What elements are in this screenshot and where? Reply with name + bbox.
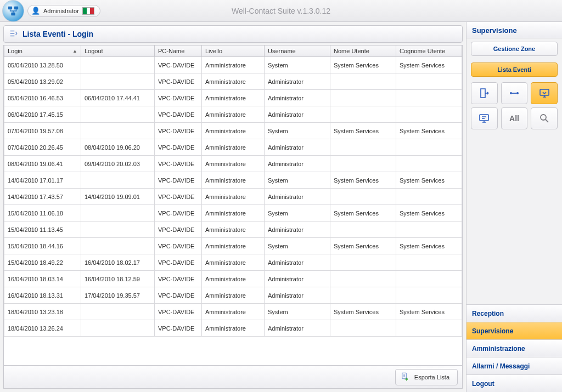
cell-pcname: VPC-DAVIDE [155, 304, 202, 320]
cell-username: System [265, 238, 330, 254]
user-role-label: Administrator [43, 8, 79, 14]
table-row[interactable]: 14/04/2010 17.43.5714/04/2010 19.09.01VP… [4, 189, 462, 205]
table-row[interactable]: 15/04/2010 18.44.16VPC-DAVIDEAmministrat… [4, 238, 462, 254]
cell-livello: Amministratore [202, 106, 265, 123]
gestione-zone-button[interactable]: Gestione Zone [471, 42, 558, 56]
cell-nome [330, 254, 396, 271]
user-pill[interactable]: 👤 Administrator [27, 5, 100, 17]
cell-pcname: VPC-DAVIDE [155, 106, 202, 123]
cell-logout: 14/04/2010 19.09.01 [81, 189, 155, 205]
cell-nome [330, 90, 396, 106]
cell-livello: Amministratore [202, 189, 265, 205]
table-row[interactable]: 16/04/2010 18.13.3117/04/2010 19.35.57VP… [4, 287, 462, 304]
cell-logout: 06/04/2010 17.44.41 [81, 90, 155, 106]
col-pcname[interactable]: PC-Name [155, 46, 202, 57]
cell-nome: System Services [330, 57, 396, 73]
flag-italy-icon [82, 7, 94, 15]
cell-cognome [396, 106, 462, 123]
cell-pcname: VPC-DAVIDE [155, 320, 202, 337]
nav-logout[interactable]: Logout [467, 374, 562, 392]
cell-cognome [396, 254, 462, 271]
cell-livello: Amministratore [202, 254, 265, 271]
cell-cognome [396, 90, 462, 106]
cell-logout: 16/04/2010 18.12.59 [81, 271, 155, 287]
cell-nome: System Services [330, 304, 396, 320]
cell-cognome [396, 320, 462, 337]
user-icon: 👤 [31, 7, 40, 15]
cell-nome [330, 189, 396, 205]
app-title: Well-Contact Suite v.1.3.0.12 [232, 7, 330, 15]
cell-login: 05/04/2010 13.28.50 [4, 57, 81, 73]
cell-nome [330, 106, 396, 123]
tile-presence[interactable] [501, 82, 528, 104]
col-login[interactable]: Login ▲ [4, 46, 81, 57]
cell-cognome [396, 73, 462, 90]
cell-logout: 09/04/2010 20.02.03 [81, 156, 155, 172]
all-label: All [509, 114, 519, 123]
tile-search[interactable] [531, 107, 558, 129]
col-username[interactable]: Username [265, 46, 330, 57]
col-livello[interactable]: Livello [202, 46, 265, 57]
tile-all[interactable]: All [501, 107, 528, 129]
cell-username: System [265, 205, 330, 221]
cell-livello: Amministratore [202, 205, 265, 221]
cell-nome [330, 320, 396, 337]
cell-username: Administrator [265, 320, 330, 337]
monitor-login-icon [538, 87, 551, 100]
door-exit-icon [477, 87, 491, 100]
cell-nome [330, 271, 396, 287]
tile-access[interactable] [471, 82, 498, 104]
cell-cognome: System Services [396, 304, 462, 320]
tile-commands[interactable] [471, 107, 498, 129]
lista-eventi-button[interactable]: Lista Eventi [471, 63, 558, 77]
cell-pcname: VPC-DAVIDE [155, 271, 202, 287]
table-row[interactable]: 08/04/2010 19.06.4109/04/2010 20.02.03VP… [4, 156, 462, 172]
table-row[interactable]: 15/04/2010 18.49.2216/04/2010 18.02.17VP… [4, 254, 462, 271]
cell-cognome: System Services [396, 172, 462, 189]
cell-login: 15/04/2010 11.06.18 [4, 205, 81, 221]
nav-amministrazione[interactable]: Amministrazione [467, 339, 562, 357]
col-cognome-utente[interactable]: Cognome Utente [396, 46, 462, 57]
cell-logout [81, 172, 155, 189]
table-row[interactable]: 18/04/2010 13.23.18VPC-DAVIDEAmministrat… [4, 304, 462, 320]
cell-livello: Amministratore [202, 271, 265, 287]
tile-login[interactable] [531, 82, 558, 104]
cell-livello: Amministratore [202, 90, 265, 106]
table-row[interactable]: 14/04/2010 17.01.17VPC-DAVIDEAmministrat… [4, 172, 462, 189]
export-list-button[interactable]: Esporta Lista [395, 369, 458, 385]
cell-login: 18/04/2010 13.26.24 [4, 320, 81, 337]
table-row[interactable]: 18/04/2010 13.26.24VPC-DAVIDEAmministrat… [4, 320, 462, 337]
nav-supervisione[interactable]: Supervisione [467, 322, 562, 339]
cell-livello: Amministratore [202, 139, 265, 156]
cell-nome: System Services [330, 172, 396, 189]
table-row[interactable]: 15/04/2010 11.13.45VPC-DAVIDEAmministrat… [4, 221, 462, 238]
cell-username: Administrator [265, 139, 330, 156]
sort-asc-icon: ▲ [72, 48, 77, 54]
network-icon [7, 5, 19, 17]
cell-nome [330, 139, 396, 156]
table-row[interactable]: 05/04/2010 13.29.02VPC-DAVIDEAmministrat… [4, 73, 462, 90]
table-row[interactable]: 16/04/2010 18.03.1416/04/2010 18.12.59VP… [4, 271, 462, 287]
cell-login: 07/04/2010 20.26.45 [4, 139, 81, 156]
table-row[interactable]: 05/04/2010 16.46.5306/04/2010 17.44.41VP… [4, 90, 462, 106]
cell-pcname: VPC-DAVIDE [155, 57, 202, 73]
cell-cognome [396, 139, 462, 156]
col-logout[interactable]: Logout [81, 46, 155, 57]
table-row[interactable]: 07/04/2010 19.57.08VPC-DAVIDEAmministrat… [4, 123, 462, 139]
cell-pcname: VPC-DAVIDE [155, 156, 202, 172]
cell-username: Administrator [265, 254, 330, 271]
nav-allarmi[interactable]: Allarmi / Messaggi [467, 357, 562, 374]
cell-livello: Amministratore [202, 238, 265, 254]
table-row[interactable]: 06/04/2010 17.45.15VPC-DAVIDEAmministrat… [4, 106, 462, 123]
table-row[interactable]: 15/04/2010 11.06.18VPC-DAVIDEAmministrat… [4, 205, 462, 221]
col-nome-utente[interactable]: Nome Utente [330, 46, 396, 57]
cell-livello: Amministratore [202, 172, 265, 189]
cell-username: System [265, 304, 330, 320]
cell-pcname: VPC-DAVIDE [155, 139, 202, 156]
table-row[interactable]: 07/04/2010 20.26.4508/04/2010 19.06.20VP… [4, 139, 462, 156]
table-row[interactable]: 05/04/2010 13.28.50VPC-DAVIDEAmministrat… [4, 57, 462, 73]
nav-reception[interactable]: Reception [467, 304, 562, 322]
cell-login: 05/04/2010 16.46.53 [4, 90, 81, 106]
cell-pcname: VPC-DAVIDE [155, 287, 202, 304]
svg-rect-0 [8, 6, 12, 9]
